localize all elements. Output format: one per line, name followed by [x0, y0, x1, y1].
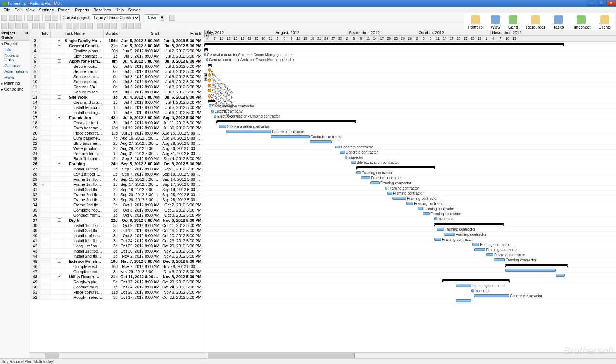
table-row[interactable]: 36Conduct framing...1dOct 8, 2012 8:00 A… — [30, 213, 204, 218]
table-row[interactable]: 15Install temporar...1dJul 5, 2012 8:00 … — [30, 105, 204, 110]
collapse-icon[interactable]: − — [58, 44, 61, 47]
grid-hscroll[interactable] — [30, 352, 204, 358]
save-icon[interactable] — [16, 15, 22, 21]
table-row[interactable]: 32Frame 2nd floor ...4dSep 20, 2012 8:00… — [30, 192, 204, 197]
new-button[interactable]: New — [145, 14, 159, 21]
resources-view-button[interactable]: Resources — [524, 15, 548, 30]
collapse-icon[interactable]: − — [58, 59, 61, 63]
summary-bar[interactable] — [442, 279, 510, 281]
zoomin-icon[interactable] — [97, 23, 103, 29]
table-row[interactable]: 33Frame 2nd floor ...3dSep 26, 2012 8:00… — [30, 197, 204, 202]
task-bar[interactable]: Framing contractor — [437, 228, 444, 231]
task-bar[interactable]: Inspector — [434, 217, 437, 220]
task-bar[interactable]: General contractor,Architect,Owner,Mortg… — [206, 58, 208, 61]
redo-icon[interactable] — [52, 15, 58, 21]
table-row[interactable]: 21Cure basement ...7dAug 16, 2012 8:00 A… — [30, 136, 204, 141]
task-bar[interactable]: General contractor,Architect,Owner,Mortg… — [204, 53, 206, 56]
collapse-icon[interactable] — [39, 23, 45, 29]
table-row[interactable]: 12Secure misce...0dJul 3, 2012 8:00 AMJu… — [30, 89, 204, 95]
gantt-hscroll[interactable] — [204, 352, 616, 358]
task-bar[interactable]: Site excavation contractor — [209, 104, 211, 107]
collapse-icon[interactable]: − — [58, 260, 61, 263]
close-button[interactable]: ✕ — [606, 0, 616, 6]
task-bar[interactable]: Plumbing contractor — [456, 284, 471, 287]
summary-bar[interactable] — [204, 48, 208, 50]
col-name[interactable]: Task Name — [63, 30, 104, 38]
preview-icon[interactable] — [34, 15, 40, 21]
task-bar[interactable]: Framing contractor — [494, 258, 505, 261]
tree-project[interactable]: Project — [0, 41, 30, 47]
collapse-icon[interactable]: − — [58, 39, 61, 42]
portfolio-view-button[interactable]: Portfolio — [466, 15, 485, 30]
print-icon[interactable] — [27, 15, 33, 21]
tree-calendar[interactable]: Calendar — [0, 63, 30, 69]
task-bar[interactable]: Framing contractor — [474, 248, 485, 251]
table-row[interactable]: 46Complete exteri...16dNov 7, 2012 8:00 … — [30, 264, 204, 269]
table-row[interactable]: 31Install 2nd floor j...2dSep 18, 2012 8… — [30, 187, 204, 192]
clients-view-button[interactable]: Clients — [596, 15, 613, 30]
table-row[interactable]: 49Rough-in plumbi...5dOct 17, 2012 8:00 … — [30, 279, 204, 284]
task-bar[interactable]: Framing contractor — [486, 253, 493, 256]
maximize-button[interactable]: □ — [597, 0, 606, 6]
table-row[interactable]: 14Clear and grub l...1dJul 4, 2012 8:00 … — [30, 100, 204, 105]
tree-planning[interactable]: Planning — [0, 80, 30, 86]
movedown-icon[interactable] — [22, 23, 28, 29]
menu-file[interactable]: File — [1, 8, 12, 12]
collapse-icon[interactable]: − — [58, 95, 61, 99]
table-row[interactable]: 27Install 1st floor j...2dSep 5, 2012 8:… — [30, 166, 204, 172]
task-bar[interactable]: Framing contractor — [370, 181, 380, 184]
filter-icon[interactable] — [121, 23, 127, 29]
task-bar[interactable]: Concrete contractor — [226, 130, 271, 133]
collapse-icon[interactable]: − — [58, 275, 61, 278]
menu-edit[interactable]: Edit — [12, 8, 24, 12]
col-start[interactable]: Start — [119, 30, 161, 38]
task-bar[interactable]: Roofing contractor — [472, 243, 479, 246]
task-bar[interactable]: Framing contractor — [385, 187, 387, 190]
table-row[interactable]: 52Rough-in electric...3dOct 17, 2012 8:0… — [30, 295, 204, 300]
table-row[interactable]: 13−Site Work3dJul 4, 2012 8:00 AMJul 6, … — [30, 95, 204, 100]
table-row[interactable]: 40Install roof deck...3dOct 8, 2012 8:00… — [30, 233, 204, 238]
task-bar[interactable]: Framing contractor — [392, 197, 406, 200]
summary-bar[interactable] — [356, 166, 435, 168]
table-row[interactable]: 17−Foundation42dJul 9, 2012 8:00 AMSep 4… — [30, 115, 204, 120]
col-duration[interactable]: Duration — [104, 30, 119, 38]
table-row[interactable]: 25Backfill foundati...2dSep 3, 2012 8:00… — [30, 156, 204, 161]
table-row[interactable]: 5Sign contract an...1dJul 3, 2012 8:00 A… — [30, 54, 204, 59]
tree-risks[interactable]: Risks — [0, 74, 30, 80]
project-select[interactable]: Family House Construction — [92, 14, 140, 21]
milestone-marker[interactable]: General contractor — [207, 73, 211, 77]
splitter-left-icon[interactable]: ◀ — [204, 73, 207, 77]
resource-icon[interactable] — [66, 23, 72, 29]
summary-bar[interactable] — [208, 64, 212, 66]
close-panel-icon[interactable]: ✕ — [25, 31, 28, 40]
unlink-icon[interactable] — [56, 23, 62, 29]
table-row[interactable]: 34Frame 2nd floor ...2dOct 1, 2012 8:00 … — [30, 202, 204, 207]
gantt-view-button[interactable]: Gantt — [506, 15, 520, 30]
attach-icon[interactable] — [169, 15, 175, 21]
table-row[interactable]: 38Install 1st floor s...3dOct 9, 2012 8:… — [30, 223, 204, 228]
undo-icon[interactable] — [45, 15, 51, 21]
task-bar[interactable] — [505, 269, 556, 272]
new-file-icon[interactable] — [1, 15, 7, 21]
link-icon[interactable] — [49, 23, 55, 29]
table-row[interactable]: 16Install undergro...1dJul 6, 2012 8:00 … — [30, 110, 204, 115]
collapse-icon[interactable]: − — [58, 218, 61, 222]
table-row[interactable]: 11Secure HVA...0dJul 3, 2012 8:00 AMJul … — [30, 84, 204, 89]
tree-controlling[interactable]: Controlling — [0, 86, 30, 92]
sort-icon[interactable] — [128, 23, 134, 29]
table-row[interactable]: 39Install 2nd floor ...3dOct 12, 2012 8:… — [30, 228, 204, 233]
menu-settings[interactable]: Settings — [37, 8, 56, 12]
table-row[interactable]: 9Secure elect...0dJul 3, 2012 8:00 AMJul… — [30, 74, 204, 79]
grid-icon[interactable] — [135, 23, 141, 29]
table-row[interactable]: 3−General Condition...21dJun 5, 2012 8:0… — [30, 43, 204, 48]
copy-icon[interactable] — [80, 23, 86, 29]
moveup-icon[interactable] — [15, 23, 21, 29]
fit-icon[interactable] — [111, 23, 117, 29]
task-bar[interactable]: Framing contractor — [444, 233, 455, 236]
table-row[interactable]: 51Place concrete f...11dOct 25, 2012 8:0… — [30, 290, 204, 295]
table-row[interactable]: 48−Utility Rough-B97...21dOct 11, 2012 8… — [30, 274, 204, 279]
collapse-left-icon[interactable]: ◀ — [204, 30, 209, 34]
menu-baselines[interactable]: Baselines — [91, 8, 113, 12]
tasks-view-button[interactable]: Tasks — [551, 15, 566, 30]
table-row[interactable]: 37−Dry In22dOct 8, 2012 8:00 AMNov 6, 20… — [30, 218, 204, 223]
